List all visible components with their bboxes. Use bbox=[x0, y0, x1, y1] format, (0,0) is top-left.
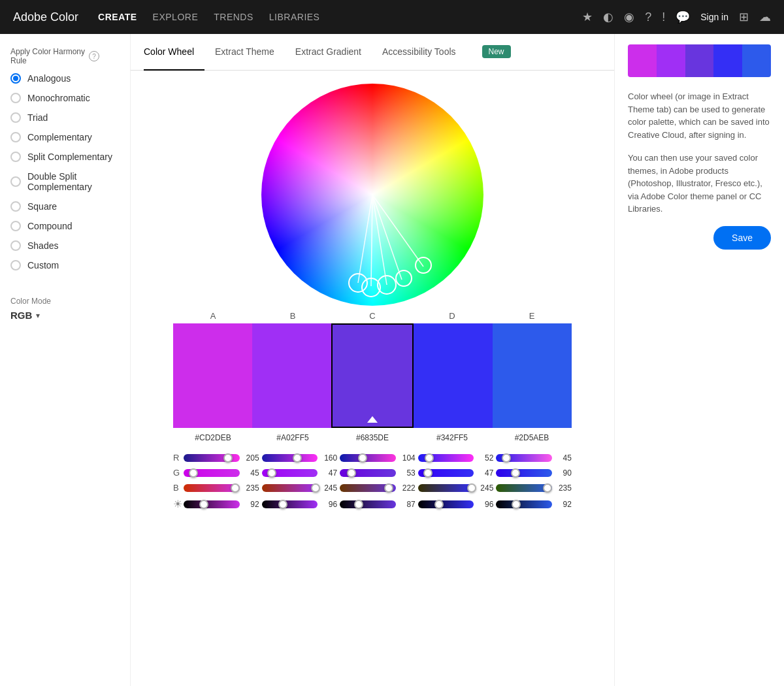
r-thumb-d[interactable] bbox=[425, 453, 434, 463]
tab-extract-theme[interactable]: Extract Theme bbox=[204, 35, 285, 71]
grid-icon[interactable]: ⊞ bbox=[739, 10, 749, 24]
brightness-track-c[interactable] bbox=[340, 500, 396, 508]
save-button[interactable]: Save bbox=[713, 226, 771, 250]
r-thumb-b[interactable] bbox=[293, 453, 302, 463]
rule-complementary[interactable]: Complementary bbox=[10, 132, 120, 142]
rule-custom[interactable]: Custom bbox=[10, 260, 120, 270]
main-nav: CREATE EXPLORE TRENDS LIBRARIES bbox=[98, 9, 563, 25]
b-track-d[interactable] bbox=[418, 484, 474, 492]
brightness-thumb-a[interactable] bbox=[199, 500, 208, 509]
nav-trends[interactable]: TRENDS bbox=[214, 9, 253, 25]
b-value-d: 245 bbox=[476, 483, 493, 493]
color-wheel-container[interactable] bbox=[261, 84, 483, 306]
radio-complementary[interactable] bbox=[10, 132, 21, 142]
rule-analogous[interactable]: Analogous bbox=[10, 73, 120, 84]
rule-square[interactable]: Square bbox=[10, 201, 120, 212]
chat-icon[interactable]: 💬 bbox=[676, 10, 690, 24]
brightness-thumb-c[interactable] bbox=[354, 500, 363, 509]
brightness-slider-e: 92 bbox=[496, 500, 572, 509]
moon-icon[interactable]: ◐ bbox=[603, 10, 613, 24]
r-thumb-e[interactable] bbox=[502, 453, 511, 463]
nav-libraries[interactable]: LIBRARIES bbox=[269, 9, 320, 25]
r-thumb-c[interactable] bbox=[358, 453, 367, 463]
radio-square[interactable] bbox=[10, 201, 21, 212]
tab-new[interactable]: New bbox=[466, 35, 521, 71]
g-thumb-e[interactable] bbox=[511, 468, 520, 478]
sidebar: Apply Color HarmonyRule ? Analogous Mono… bbox=[0, 34, 131, 686]
brightness-track-b[interactable] bbox=[262, 500, 318, 508]
g-track-c[interactable] bbox=[340, 469, 396, 477]
g-track-e[interactable] bbox=[496, 469, 552, 477]
b-track-a[interactable] bbox=[184, 484, 240, 492]
r-track-c[interactable] bbox=[340, 454, 396, 462]
radio-shades[interactable] bbox=[10, 240, 21, 251]
brightness-track-e[interactable] bbox=[496, 500, 552, 508]
b-thumb-b[interactable] bbox=[311, 483, 320, 493]
brightness-thumb-b[interactable] bbox=[278, 500, 287, 509]
g-track-b[interactable] bbox=[262, 469, 318, 477]
r-slider-a: 205 bbox=[184, 453, 259, 463]
nav-explore[interactable]: EXPLORE bbox=[153, 9, 199, 25]
creative-cloud-icon[interactable]: ☁ bbox=[759, 10, 771, 24]
r-thumb-a[interactable] bbox=[223, 453, 233, 463]
rule-double-split[interactable]: Double Split Complementary bbox=[10, 171, 120, 192]
radio-double-split[interactable] bbox=[10, 176, 21, 187]
colorwheel-icon[interactable]: ◉ bbox=[624, 10, 634, 24]
swatch-c[interactable] bbox=[331, 323, 413, 428]
color-wheel-svg[interactable] bbox=[261, 84, 483, 306]
b-track-b[interactable] bbox=[262, 484, 318, 492]
g-thumb-d[interactable] bbox=[423, 468, 433, 478]
radio-compound[interactable] bbox=[10, 221, 21, 231]
r-track-e[interactable] bbox=[496, 454, 552, 462]
swatch-d[interactable] bbox=[414, 323, 493, 428]
color-mode-select[interactable]: RGB ▾ bbox=[10, 310, 120, 321]
g-thumb-c[interactable] bbox=[347, 468, 356, 478]
nav-create[interactable]: CREATE bbox=[98, 9, 137, 25]
g-thumb-a[interactable] bbox=[189, 468, 198, 478]
rule-triad[interactable]: Triad bbox=[10, 112, 120, 123]
radio-custom[interactable] bbox=[10, 260, 21, 270]
brightness-value-e: 92 bbox=[555, 500, 572, 509]
brightness-slider-d: 96 bbox=[418, 500, 494, 509]
swatch-a[interactable] bbox=[173, 323, 252, 428]
rule-shades[interactable]: Shades bbox=[10, 240, 120, 251]
g-thumb-b[interactable] bbox=[267, 468, 276, 478]
brightness-thumb-d[interactable] bbox=[434, 500, 444, 509]
help-icon[interactable]: ? bbox=[645, 10, 651, 24]
g-track-d[interactable] bbox=[418, 469, 474, 477]
r-slider-b: 160 bbox=[262, 453, 338, 463]
radio-split-comp[interactable] bbox=[10, 152, 21, 162]
alert-icon[interactable]: ! bbox=[662, 10, 665, 24]
r-track-d[interactable] bbox=[418, 454, 474, 462]
rule-compound[interactable]: Compound bbox=[10, 221, 120, 231]
b-thumb-c[interactable] bbox=[384, 483, 393, 493]
b-track-e[interactable] bbox=[496, 484, 552, 492]
swatch-e[interactable] bbox=[493, 323, 572, 428]
sign-in-button[interactable]: Sign in bbox=[700, 12, 728, 22]
r-track-b[interactable] bbox=[262, 454, 318, 462]
radio-monochromatic[interactable] bbox=[10, 93, 21, 103]
g-slider-c: 53 bbox=[340, 468, 416, 478]
r-value-c: 104 bbox=[399, 453, 416, 463]
b-thumb-e[interactable] bbox=[543, 483, 552, 493]
radio-triad[interactable] bbox=[10, 112, 21, 123]
swatch-b[interactable] bbox=[252, 323, 331, 428]
brightness-track-a[interactable] bbox=[184, 500, 240, 508]
b-thumb-d[interactable] bbox=[467, 483, 476, 493]
star-icon[interactable]: ★ bbox=[582, 10, 593, 24]
radio-analogous[interactable] bbox=[10, 73, 21, 84]
b-track-c[interactable] bbox=[340, 484, 396, 492]
rule-shades-label: Shades bbox=[27, 240, 58, 251]
rule-split-complementary[interactable]: Split Complementary bbox=[10, 152, 120, 162]
tab-accessibility-tools[interactable]: Accessibility Tools bbox=[372, 35, 466, 71]
panel-description-1: Color wheel (or image in Extract Theme t… bbox=[628, 90, 771, 141]
rule-monochromatic[interactable]: Monochromatic bbox=[10, 93, 120, 103]
brightness-thumb-e[interactable] bbox=[512, 500, 521, 509]
tab-extract-gradient[interactable]: Extract Gradient bbox=[285, 35, 372, 71]
help-tooltip-icon[interactable]: ? bbox=[89, 51, 99, 61]
b-thumb-a[interactable] bbox=[231, 483, 240, 493]
brightness-track-d[interactable] bbox=[418, 500, 474, 508]
r-track-a[interactable] bbox=[184, 454, 240, 462]
tab-color-wheel[interactable]: Color Wheel bbox=[144, 35, 204, 71]
g-track-a[interactable] bbox=[184, 469, 240, 477]
